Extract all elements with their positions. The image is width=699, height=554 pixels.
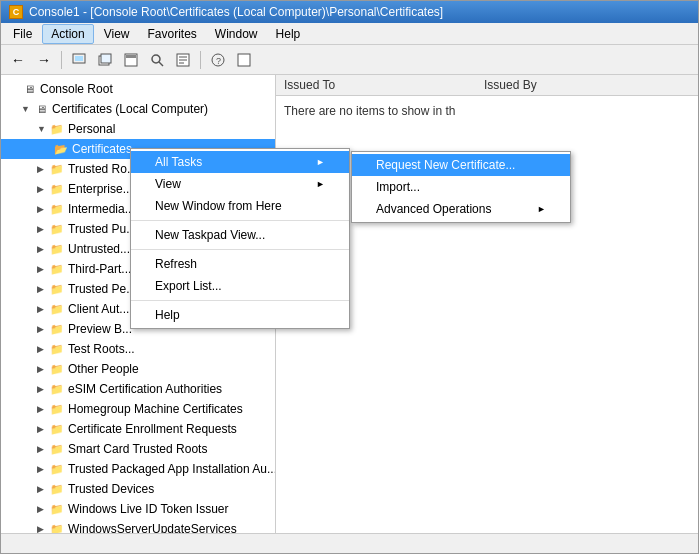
menu-view[interactable]: View ► xyxy=(131,173,349,195)
tree-item-trusted-packaged[interactable]: ▶ 📁 Trusted Packaged App Installation Au… xyxy=(1,459,275,479)
col-issued-to: Issued To xyxy=(284,78,484,92)
menu-action[interactable]: Action xyxy=(42,24,93,44)
svg-point-6 xyxy=(152,55,160,63)
export-btn[interactable] xyxy=(172,49,194,71)
menu-view[interactable]: View xyxy=(96,25,138,43)
svg-rect-3 xyxy=(101,54,111,63)
folder-icon-sc: 📁 xyxy=(49,441,65,457)
folder-icon-tr: 📁 xyxy=(49,161,65,177)
expand-arrow: ▼ xyxy=(21,104,33,114)
arrow-tr: ▶ xyxy=(37,164,49,174)
tree-label-tp: Trusted Pu... xyxy=(68,222,136,236)
extra-btn[interactable] xyxy=(233,49,255,71)
folder-icon-ce: 📁 xyxy=(49,421,65,437)
toolbar-sep-2 xyxy=(200,51,201,69)
menu-help[interactable]: Help xyxy=(131,304,349,326)
tree-item-certs-local[interactable]: ▼ 🖥 Certificates (Local Computer) xyxy=(1,99,275,119)
tree-label-3: Personal xyxy=(68,122,115,136)
tree-item-console-root[interactable]: 🖥 Console Root xyxy=(1,79,275,99)
title-bar: C Console1 - [Console Root\Certificates … xyxy=(1,1,698,23)
menu-request-new-cert[interactable]: Request New Certificate... xyxy=(352,154,570,176)
column-headers: Issued To Issued By xyxy=(276,75,698,96)
folder-icon-pb: 📁 xyxy=(49,321,65,337)
menu-import[interactable]: Import... xyxy=(352,176,570,198)
tree-item-smart-card[interactable]: ▶ 📁 Smart Card Trusted Roots xyxy=(1,439,275,459)
window-title: Console1 - [Console Root\Certificates (L… xyxy=(29,5,443,19)
back-btn2[interactable] xyxy=(120,49,142,71)
menu-advanced-ops[interactable]: Advanced Operations ► xyxy=(352,198,570,220)
tree-item-homegroup[interactable]: ▶ 📁 Homegroup Machine Certificates xyxy=(1,399,275,419)
tree-item-other-people[interactable]: ▶ 📁 Other People xyxy=(1,359,275,379)
tree-label-test: Test Roots... xyxy=(68,342,135,356)
folder-icon-certs: 📂 xyxy=(53,141,69,157)
tree-label-3p: Third-Part... xyxy=(68,262,131,276)
all-tasks-container: All Tasks ► Request New Certificate... I… xyxy=(131,151,349,173)
folder-icon-esim: 📁 xyxy=(49,381,65,397)
folder-icon-un: 📁 xyxy=(49,241,65,257)
tree-label-esim: eSIM Certification Authorities xyxy=(68,382,222,396)
tree-label-ca: Client Aut... xyxy=(68,302,129,316)
menu-file[interactable]: File xyxy=(5,25,40,43)
menu-window[interactable]: Window xyxy=(207,25,266,43)
folder-icon-int: 📁 xyxy=(49,201,65,217)
submenu-arrow-2: ► xyxy=(537,204,546,214)
up-button[interactable] xyxy=(68,49,90,71)
folder-icon-test: 📁 xyxy=(49,341,65,357)
tree-label-sc: Smart Card Trusted Roots xyxy=(68,442,207,456)
tree-label-tpe: Trusted Pe... xyxy=(68,282,136,296)
toolbar-sep-1 xyxy=(61,51,62,69)
tree-label-ent: Enterprise... xyxy=(68,182,133,196)
toolbar: ← → ? xyxy=(1,45,698,75)
tree-label-2: Certificates (Local Computer) xyxy=(52,102,208,116)
computer-icon: 🖥 xyxy=(21,81,37,97)
menu-export-list[interactable]: Export List... xyxy=(131,275,349,297)
sep-2 xyxy=(131,249,349,250)
folder-icon-op: 📁 xyxy=(49,361,65,377)
tree-label-wsus: WindowsServerUpdateServices xyxy=(68,522,237,533)
menu-new-taskpad[interactable]: New Taskpad View... xyxy=(131,224,349,246)
context-menu-container: All Tasks ► Request New Certificate... I… xyxy=(130,148,350,329)
menu-all-tasks[interactable]: All Tasks ► xyxy=(131,151,349,173)
svg-line-7 xyxy=(159,62,163,66)
tree-item-cert-enrollment[interactable]: ▶ 📁 Certificate Enrollment Requests xyxy=(1,419,275,439)
svg-rect-14 xyxy=(238,54,250,66)
tree-label-wl: Windows Live ID Token Issuer xyxy=(68,502,229,516)
computer-icon-2: 🖥 xyxy=(33,101,49,117)
folder-icon-td: 📁 xyxy=(49,481,65,497)
folder-icon-wsus: 📁 xyxy=(49,521,65,533)
tree-label-td: Trusted Devices xyxy=(68,482,154,496)
sep-1 xyxy=(131,220,349,221)
menu-new-window[interactable]: New Window from Here xyxy=(131,195,349,217)
app-icon: C xyxy=(9,5,23,19)
tree-item-test-roots[interactable]: ▶ 📁 Test Roots... xyxy=(1,339,275,359)
search-btn[interactable] xyxy=(146,49,168,71)
tree-label-tpa: Trusted Packaged App Installation Au... xyxy=(68,462,276,476)
tree-item-personal[interactable]: ▼ 📁 Personal xyxy=(1,119,275,139)
view-arrow: ► xyxy=(316,179,325,189)
tree-item-wsus[interactable]: ▶ 📁 WindowsServerUpdateServices xyxy=(1,519,275,533)
status-bar xyxy=(1,533,698,553)
all-tasks-submenu: Request New Certificate... Import... Adv… xyxy=(351,151,571,223)
folder-icon-hg: 📁 xyxy=(49,401,65,417)
tree-item-esim[interactable]: ▶ 📁 eSIM Certification Authorities xyxy=(1,379,275,399)
tree-item-trusted-devices[interactable]: ▶ 📁 Trusted Devices xyxy=(1,479,275,499)
menu-refresh[interactable]: Refresh xyxy=(131,253,349,275)
tree-item-windows-live[interactable]: ▶ 📁 Windows Live ID Token Issuer xyxy=(1,499,275,519)
help-btn[interactable]: ? xyxy=(207,49,229,71)
no-items-message: There are no items to show in th xyxy=(276,96,698,126)
tree-label-ce: Certificate Enrollment Requests xyxy=(68,422,237,436)
menu-help[interactable]: Help xyxy=(268,25,309,43)
forward-button[interactable]: → xyxy=(33,49,55,71)
menu-favorites[interactable]: Favorites xyxy=(140,25,205,43)
context-menu: All Tasks ► Request New Certificate... I… xyxy=(130,148,350,329)
tree-label-hg: Homegroup Machine Certificates xyxy=(68,402,243,416)
new-window-button[interactable] xyxy=(94,49,116,71)
tree-label-int: Intermedia... xyxy=(68,202,135,216)
svg-rect-5 xyxy=(126,55,136,58)
folder-icon-3p: 📁 xyxy=(49,261,65,277)
tree-label-op: Other People xyxy=(68,362,139,376)
folder-icon-tpe: 📁 xyxy=(49,281,65,297)
folder-icon-wl: 📁 xyxy=(49,501,65,517)
col-issued-by: Issued By xyxy=(484,78,690,92)
back-button[interactable]: ← xyxy=(7,49,29,71)
